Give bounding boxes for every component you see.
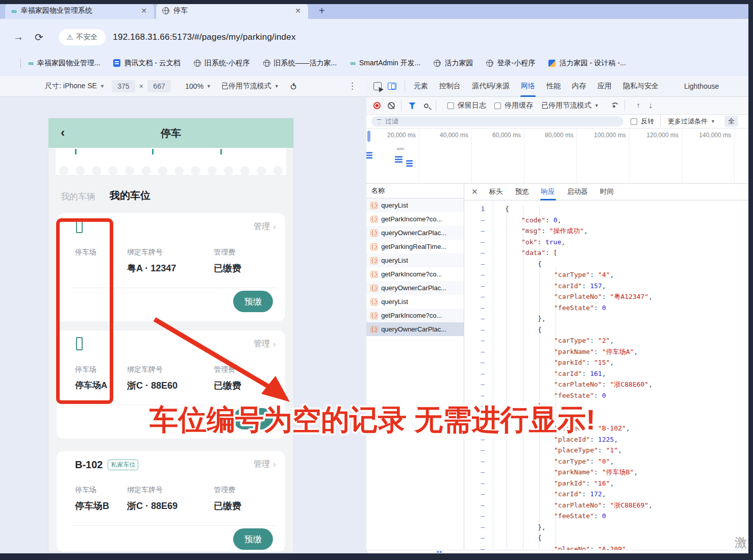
devtools-tab-性能[interactable]: 性能 — [541, 75, 566, 97]
phone-tab-我的车辆[interactable]: 我的车辆 — [61, 191, 95, 202]
devtools-tab-Lighthouse[interactable]: Lighthouse — [679, 75, 725, 97]
request-row[interactable]: {;}queryList — [366, 253, 464, 267]
json-token: "carType" — [554, 457, 590, 465]
request-row[interactable]: {;}getParkIncome?co... — [366, 212, 464, 226]
manage-link[interactable]: 管理› — [254, 221, 276, 232]
more-filters-button[interactable]: 更多过滤条件 — [668, 117, 708, 126]
network-overview-timeline[interactable]: 20,000 ms40,000 ms60,000 ms80,000 ms100,… — [366, 129, 748, 184]
times-label: × — [139, 82, 143, 90]
request-row[interactable]: {;}getParkIncome?co... — [366, 309, 464, 322]
preserve-log-checkbox[interactable] — [447, 103, 454, 109]
device-toolbar-menu-icon[interactable]: ⋮ — [348, 81, 357, 91]
url-text[interactable]: 192.168.31.66:5173/#/pages/my/parking/in… — [113, 32, 295, 42]
record-network-log-icon[interactable] — [373, 102, 381, 109]
json-token: "浙C88E69" — [610, 501, 649, 509]
manage-link[interactable]: 管理› — [254, 459, 276, 470]
export-har-icon[interactable]: ↓ — [648, 101, 652, 110]
reload-icon[interactable]: ⟳ — [35, 31, 43, 43]
detail-tab-启动器[interactable]: 启动器 — [561, 184, 594, 200]
json-token: : — [582, 282, 590, 290]
close-tab-icon[interactable]: ✕ — [139, 7, 149, 15]
device-select[interactable]: 尺寸: iPhone SE — [45, 82, 97, 91]
requests-header[interactable]: 名称 — [366, 184, 464, 198]
manage-link[interactable]: 管理› — [254, 339, 276, 349]
filter-all-chip[interactable]: 全 — [724, 116, 738, 127]
request-row[interactable]: {;}queryList — [366, 198, 464, 212]
request-row[interactable]: {;}getParkIncome?co... — [366, 267, 464, 281]
zoom-select[interactable]: 100% — [185, 82, 204, 90]
security-chip[interactable]: ⚠ 不安全 — [59, 29, 106, 45]
detail-tab-时间[interactable]: 时间 — [594, 184, 620, 200]
devtools-tab-源代码/来源[interactable]: 源代码/来源 — [466, 75, 515, 97]
devtools-tab-内存[interactable]: 内存 — [566, 75, 592, 97]
phone-tab-我的车位[interactable]: 我的车位 — [110, 189, 150, 202]
json-token: : — [602, 501, 610, 509]
devtools-tab-控制台[interactable]: 控制台 — [434, 75, 466, 97]
invert-filter-checkbox[interactable] — [631, 118, 637, 125]
viewport-height-input[interactable]: 667 — [147, 80, 171, 92]
import-har-icon[interactable]: ↑ — [636, 101, 640, 110]
search-icon[interactable] — [424, 104, 429, 108]
back-button[interactable]: ‹ — [61, 125, 65, 140]
bookmark-item[interactable]: 旧系统——活力家... — [263, 59, 337, 68]
request-row[interactable]: {;}queryOwnerCarPlac... — [366, 226, 464, 240]
response-body-viewer[interactable]: 1––––––––––––––––––––––––––––––– {"code"… — [464, 200, 748, 553]
bookmark-label: 登录-小程序 — [497, 59, 535, 68]
filter-icon[interactable] — [409, 103, 416, 109]
parking-card[interactable]: B-102私家车位管理›停车场停车场B绑定车牌号浙C · 88E69管理费已缴费… — [57, 451, 285, 552]
devtools-tab-网络[interactable]: 网络 — [515, 75, 541, 97]
json-line: "feeState": 0 — [493, 511, 748, 522]
fold-marker: – — [464, 489, 493, 500]
bookmark-item[interactable]: ∞幸福家园物业管理... — [28, 59, 100, 68]
browser-tab-parking[interactable]: 停车 ✕ — [156, 3, 308, 19]
bookmark-item[interactable]: 旧系统-小程序 — [194, 59, 250, 68]
json-token: , — [618, 446, 622, 454]
devtools-tab-应用[interactable]: 应用 — [592, 75, 617, 97]
waterfall-marks — [397, 148, 404, 150]
filter-input[interactable]: 过滤 — [371, 116, 623, 126]
devtools-tab-隐私与安全[interactable]: 隐私与安全 — [617, 75, 664, 97]
json-token: "停车场A" — [602, 348, 634, 355]
fold-marker: – — [464, 324, 493, 336]
json-token: { — [505, 205, 509, 213]
request-row[interactable]: {;}getParkingRealTime... — [366, 240, 464, 253]
json-token: "parkId" — [554, 359, 586, 366]
rotate-device-icon[interactable]: ⟲ — [287, 82, 298, 89]
json-file-icon: {;} — [370, 257, 378, 264]
bookmark-item[interactable]: 活力家园 — [434, 59, 473, 68]
window-frame-right — [748, 0, 753, 560]
prepay-button[interactable]: 预缴 — [233, 528, 273, 550]
forward-icon[interactable]: → — [13, 31, 23, 43]
close-detail-icon[interactable]: ✕ — [471, 187, 478, 196]
prepay-button[interactable]: 预缴 — [233, 291, 273, 312]
toggle-device-toolbar-icon[interactable] — [388, 83, 396, 90]
bookmark-item[interactable]: 腾讯文档 - 云文档 — [113, 59, 180, 68]
json-token: 1225 — [598, 436, 614, 443]
request-row[interactable]: {;}queryOwnerCarPlac... — [366, 281, 464, 295]
new-tab-button[interactable]: + — [319, 5, 325, 17]
inspect-element-icon[interactable] — [373, 82, 382, 90]
disable-cache-checkbox[interactable] — [494, 103, 501, 109]
close-tab-icon[interactable]: ✕ — [293, 7, 303, 15]
bookmark-item[interactable]: 登录-小程序 — [486, 59, 535, 68]
detail-tab-响应[interactable]: 响应 — [535, 184, 561, 200]
throttling-select[interactable]: 已停用节流模式 — [221, 82, 271, 91]
network-throttling-select[interactable]: 已停用节流模式 — [541, 101, 591, 110]
devtools-tab-元素[interactable]: 元素 — [408, 75, 434, 97]
bookmark-divider — [20, 58, 21, 68]
detail-tab-标头[interactable]: 标头 — [483, 184, 509, 200]
clear-network-log-icon[interactable] — [388, 102, 395, 109]
detail-tab-预览[interactable]: 预览 — [509, 184, 535, 200]
viewport-width-input[interactable]: 375 — [112, 80, 135, 92]
bookmark-item[interactable]: 活力家园 - 设计稿 -... — [548, 59, 626, 68]
json-token: : — [582, 490, 590, 498]
request-row[interactable]: {;}queryOwnerCarPlac... — [366, 322, 464, 336]
json-token: "feeState" — [554, 304, 594, 312]
network-conditions-icon[interactable] — [610, 103, 618, 109]
browser-tab-property-system[interactable]: ∞ 幸福家园物业管理系统 ✕ — [5, 3, 154, 19]
request-row[interactable]: {;}queryList — [366, 295, 464, 309]
bookmark-item[interactable]: ∞SmartAdmin 开发... — [350, 59, 420, 68]
card-column: 管理费已缴费 — [214, 248, 241, 274]
json-token: "carId" — [554, 490, 582, 498]
json-token: }, — [538, 315, 546, 322]
